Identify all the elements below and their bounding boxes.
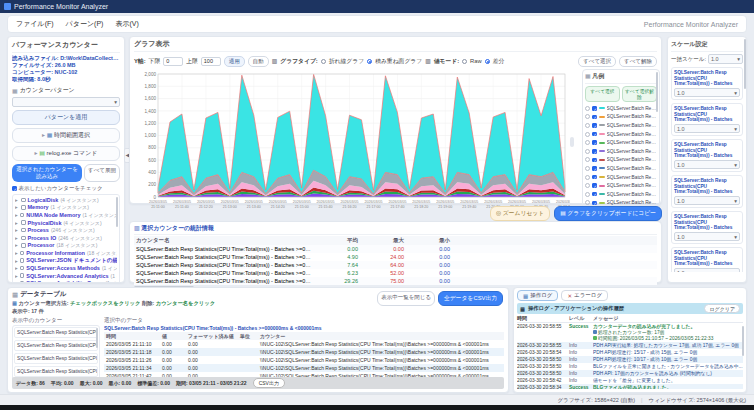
stacked-graph-option[interactable]: 積み重ね面グラフ [375, 57, 422, 66]
scale-scrollbar[interactable] [744, 39, 747, 89]
tree-node[interactable]: ▸ PhysicalDisk (4 インスタンス) [15, 219, 117, 227]
legend-checkbox[interactable] [592, 166, 597, 171]
data-row[interactable]: 2026/03/05 21:11:340.000.00\\NUC-102\SQL… [104, 364, 504, 372]
scale-select[interactable]: 1.0▾ [674, 232, 740, 241]
line-graph-radio[interactable] [321, 59, 326, 64]
legend-checkbox[interactable] [592, 140, 597, 145]
main-chart[interactable]: 02004006008001,0001,2001,4001,6001,8002,… [134, 69, 570, 214]
counter-pattern-select[interactable]: ▾ [12, 97, 120, 107]
displayed-counters-scrollbar[interactable] [96, 328, 99, 348]
tree-node[interactable]: ▸ NUMA Node Memory (1 インスタンス) [15, 211, 117, 219]
legend-checkbox[interactable] [592, 183, 597, 188]
displayed-counter-item[interactable]: SQLServer:Batch Resp Statistics(CPU Time… [14, 366, 98, 377]
legend-checkbox[interactable] [592, 175, 597, 180]
legend-checkbox[interactable] [592, 123, 597, 128]
tab-error-log[interactable]: ✕ エラーログ [561, 290, 608, 301]
legend-item[interactable]: SQLServer:Batch Resp Statistics(CPU Time… [585, 138, 657, 147]
legend-item[interactable]: SQLServer:Batch Resp Statistics(CPU Time… [585, 104, 657, 113]
relog-command-section[interactable]: ▸ ▤ relog.exe コマンド [12, 146, 120, 161]
legend-checkbox[interactable] [592, 192, 597, 197]
stats-row[interactable]: SQLServer:Batch Resp Statistics(CPU Time… [134, 253, 657, 261]
legend-item[interactable]: SQLServer:Batch Resp Statistics(CPU Time… [585, 147, 657, 156]
tree-scrollbar[interactable] [116, 197, 119, 227]
tree-checkbox[interactable] [21, 205, 26, 210]
diff-mode-option[interactable]: 差分 [493, 57, 505, 66]
tree-checkbox[interactable] [20, 251, 25, 256]
legend-checkbox[interactable] [592, 149, 597, 154]
legend-checkbox[interactable] [592, 132, 597, 137]
time-range-section[interactable]: ▸ ▦ 時間範囲選択 [12, 128, 120, 143]
tree-node[interactable]: ▸ SQLServer:Availability Group (1 インスタンス… [15, 280, 117, 283]
stats-row[interactable]: SQLServer:Batch Resp Statistics(CPU Time… [134, 277, 657, 285]
tree-checkbox[interactable] [21, 220, 26, 225]
stats-row[interactable]: SQLServer:Batch Resp Statistics(CPU Time… [134, 261, 657, 269]
export-all-csv-button[interactable]: 全データをCSV出力 [438, 291, 503, 306]
log-scrollbar[interactable] [742, 326, 745, 356]
raw-mode-option[interactable]: Raw [470, 58, 482, 64]
legend-item[interactable]: SQLServer:Batch Resp Statistics(CPU Time… [585, 164, 657, 173]
close-list-button[interactable]: 表示中一覧を閉じる [377, 291, 435, 306]
expand-all-button[interactable]: すべて展開 [84, 164, 120, 182]
zoom-reset-button[interactable]: ◎ ズームリセット [490, 206, 550, 221]
data-row[interactable]: 2026/03/05 21:11:100.000.00\\NUC-102\SQL… [104, 340, 504, 348]
legend-item[interactable]: SQLServer:Batch Resp Statistics(CPU Time… [585, 121, 657, 130]
tree-checkbox[interactable] [21, 198, 26, 203]
legend-scrollbar[interactable] [656, 72, 659, 112]
log-row[interactable]: 2026-03-30 20:58:55Successカウンターデータの読み込みが… [517, 323, 743, 342]
stacked-graph-radio[interactable] [367, 59, 372, 64]
legend-checkbox[interactable] [592, 158, 597, 163]
diff-mode-radio[interactable] [485, 59, 490, 64]
legend-checkbox[interactable] [592, 115, 597, 120]
tree-node[interactable]: ▸ Processor Information (18 インスタンス) [15, 249, 117, 257]
log-row[interactable]: 2026-03-30 20:58:34SuccessBLGファイルが読み込まれま… [517, 384, 743, 389]
tree-node[interactable]: ▸ Process IO (246 インスタンス) [15, 234, 117, 242]
displayed-counter-item[interactable]: SQLServer:Batch Resp Statistics(CPU Time… [14, 327, 98, 338]
scale-select[interactable]: 1.0▾ [674, 88, 740, 97]
stats-row[interactable]: SQLServer:Batch Resp Statistics(CPU Time… [134, 245, 657, 253]
legend-checkbox[interactable] [592, 201, 597, 206]
raw-mode-radio[interactable] [462, 59, 467, 64]
tab-operation-log[interactable]: ▦ 操作ログ [517, 290, 558, 301]
select-all-series-button[interactable]: すべて選択 [578, 56, 616, 67]
scale-select[interactable]: 1.0▾ [674, 268, 740, 272]
displayed-counter-item[interactable]: SQLServer:Batch Resp Statistics(CPU Time… [14, 353, 98, 364]
tree-node[interactable]: ▸ SQLServer:Advanced Analytics (1 インスタンス… [15, 272, 117, 280]
tree-node[interactable]: ▸ SQLServer:Access Methods (1 インスタンス) [15, 264, 117, 272]
tree-checkbox[interactable] [20, 213, 25, 218]
tree-node[interactable]: ▸ Memory (1 インスタンス) [15, 204, 117, 212]
upper-bound-input[interactable]: 100 [201, 57, 221, 66]
legend-item[interactable]: SQLServer:Batch Resp Statistics(CPU Time… [585, 113, 657, 122]
tree-checkbox[interactable] [20, 266, 25, 271]
chart-legend-splitter[interactable] [570, 69, 574, 214]
tree-node[interactable]: ▸ Process (246 インスタンス) [15, 226, 117, 234]
legend-checkbox[interactable] [592, 106, 597, 111]
data-row[interactable]: 2026/03/05 21:11:180.000.00\\NUC-102\SQL… [104, 348, 504, 356]
log-row[interactable]: 2026-03-30 20:58:50InfoBLGファイルを正常に開きました … [517, 363, 743, 370]
tree-checkbox[interactable] [21, 243, 26, 248]
legend-item[interactable]: SQLServer:Batch Resp Statistics(CPU Time… [585, 130, 657, 139]
scale-select[interactable]: 1.0▾ [674, 124, 740, 133]
load-selected-counters-button[interactable]: 選択されたカウンターを読み込み [12, 164, 82, 182]
tree-checkbox[interactable] [20, 281, 25, 283]
legend-select-all-button[interactable]: すべて選択 [585, 86, 620, 102]
csv-export-button[interactable]: CSV出力 [253, 378, 285, 388]
log-row[interactable]: 2026-03-30 20:58:50InfoPDH API処理進行: 10/1… [517, 356, 743, 363]
tree-node[interactable]: ▸ SQLServer:JSON ドキュメントの統計 (1 インスタンス) [15, 257, 117, 265]
log-row[interactable]: 2026-03-30 20:58:54InfoPDH API処理進行: 15/1… [517, 349, 743, 356]
menu-view[interactable]: 表示(V) [115, 19, 138, 29]
legend-item[interactable]: SQLServer:Batch Resp Statistics(CPU Time… [585, 156, 657, 165]
stats-row[interactable]: SQLServer:Batch Resp Statistics(CPU Time… [134, 269, 657, 277]
menu-pattern[interactable]: パターン(P) [66, 19, 104, 29]
tree-checkbox[interactable] [21, 228, 26, 233]
legend-item[interactable]: SQLServer:Batch Resp Statistics(CPU Time… [585, 181, 657, 190]
apply-pattern-button[interactable]: パターンを適用 [12, 110, 120, 125]
auto-yaxis-button[interactable]: 自動 [248, 56, 269, 67]
tree-checkbox[interactable] [20, 258, 25, 263]
displayed-counter-item[interactable]: SQLServer:Batch Resp Statistics(CPU Time… [14, 340, 98, 351]
clear-all-series-button[interactable]: すべて解除 [619, 56, 657, 67]
legend-item[interactable]: SQLServer:Batch Resp Statistics(CPU Time… [585, 173, 657, 182]
tree-node[interactable]: ▸ Processor (18 インスタンス) [15, 242, 117, 250]
tree-checkbox[interactable] [21, 236, 26, 241]
tree-node[interactable]: ▸ LogicalDisk (4 インスタンス) [15, 196, 117, 204]
data-row[interactable]: 2026/03/05 21:11:260.000.00\\NUC-102\SQL… [104, 356, 504, 364]
